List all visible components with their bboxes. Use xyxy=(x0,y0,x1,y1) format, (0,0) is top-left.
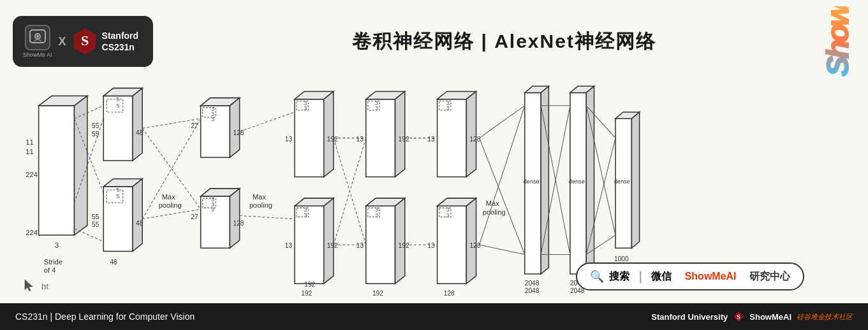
diagram-area: 11 11 224 224 3 Stride of 4 5 5 48 xyxy=(0,83,868,303)
svg-text:dense: dense xyxy=(614,178,630,185)
svg-rect-72 xyxy=(295,206,324,283)
svg-text:5: 5 xyxy=(117,96,120,103)
svg-text:dense: dense xyxy=(524,178,540,185)
svg-text:pooling: pooling xyxy=(483,208,506,216)
svg-text:2048: 2048 xyxy=(525,280,540,287)
svg-marker-74 xyxy=(324,198,334,283)
svg-text:13: 13 xyxy=(427,242,435,249)
svg-text:5: 5 xyxy=(117,187,120,193)
svg-text:3: 3 xyxy=(211,206,214,213)
top-bar: ShowMe AI X S Stanford CS231n 卷积神经网络 | A… xyxy=(0,0,868,83)
svg-text:Max: Max xyxy=(253,193,266,201)
x-separator: X xyxy=(59,35,66,48)
svg-rect-113 xyxy=(438,206,467,283)
svg-marker-115 xyxy=(466,198,476,283)
svg-text:55: 55 xyxy=(92,221,99,228)
showmeai-logo: ShowMe AI xyxy=(23,25,52,58)
svg-text:3: 3 xyxy=(446,105,450,111)
svg-text:192: 192 xyxy=(327,242,338,249)
showmeai-text: ShowMe AI xyxy=(23,52,52,58)
svg-text:13: 13 xyxy=(357,136,364,143)
svg-text:3: 3 xyxy=(304,105,307,111)
svg-rect-92 xyxy=(366,206,395,283)
svg-text:192: 192 xyxy=(399,242,409,249)
svg-text:224: 224 xyxy=(26,229,38,236)
svg-text:3: 3 xyxy=(375,212,378,219)
search-wechat: 微信 xyxy=(651,270,672,283)
svg-marker-7 xyxy=(75,96,87,235)
svg-text:pooling: pooling xyxy=(249,201,272,209)
svg-marker-66 xyxy=(324,91,334,176)
svg-text:13: 13 xyxy=(427,136,435,143)
stanford-icon: S xyxy=(73,27,97,55)
search-brand: ShowMeAI xyxy=(685,271,737,282)
svg-text:48: 48 xyxy=(136,220,143,227)
svg-text:48: 48 xyxy=(110,259,117,266)
svg-line-146 xyxy=(480,106,525,245)
svg-text:128: 128 xyxy=(233,129,244,136)
footer-bar: CS231n | Deep Learning for Computer Visi… xyxy=(0,303,868,330)
search-divider: ｜ xyxy=(635,269,646,284)
svg-text:pooling: pooling xyxy=(159,201,182,209)
svg-text:224: 224 xyxy=(26,171,38,178)
svg-text:128: 128 xyxy=(444,290,455,297)
svg-text:128: 128 xyxy=(469,242,480,249)
svg-line-144 xyxy=(480,245,525,254)
footer-icon: S xyxy=(733,311,744,322)
svg-marker-128 xyxy=(541,86,548,274)
cursor-icon xyxy=(22,278,38,294)
svg-text:3: 3 xyxy=(55,241,59,249)
search-box[interactable]: 🔍 搜索 ｜ 微信 ShowMeAI 研究中心 xyxy=(576,262,804,291)
footer-brand: ShowMeAI xyxy=(749,312,791,322)
svg-text:192: 192 xyxy=(304,281,315,288)
svg-marker-107 xyxy=(466,91,476,176)
svg-text:55: 55 xyxy=(92,213,99,220)
svg-point-2 xyxy=(36,35,39,38)
svg-text:48: 48 xyxy=(136,129,143,136)
svg-marker-86 xyxy=(395,91,405,176)
svg-line-83 xyxy=(240,216,295,219)
cursor-area: ht xyxy=(22,278,48,294)
svg-line-103 xyxy=(334,138,366,245)
footer-course-text: | Deep Learning for Computer Vision xyxy=(50,312,195,322)
svg-marker-94 xyxy=(395,198,405,283)
footer-right: Stanford University S ShowMeAI 硅谷堆金技术社区 xyxy=(651,311,853,322)
svg-text:Max: Max xyxy=(162,193,175,201)
svg-text:13: 13 xyxy=(285,242,293,249)
search-icon: 🔍 xyxy=(590,269,604,283)
svg-line-37 xyxy=(75,229,104,241)
svg-marker-42 xyxy=(230,98,239,157)
svg-line-145 xyxy=(480,138,525,255)
stanford-logo: S Stanford CS231n xyxy=(73,27,139,55)
svg-text:2048: 2048 xyxy=(525,288,540,295)
svg-text:3: 3 xyxy=(304,212,307,219)
svg-text:S: S xyxy=(737,313,740,320)
svg-text:of 4: of 4 xyxy=(44,266,56,274)
svg-text:dense: dense xyxy=(569,178,585,185)
watermark-right: ShowMeAI xyxy=(820,6,855,76)
showmeai-icon xyxy=(25,25,50,50)
svg-text:S: S xyxy=(80,32,88,48)
search-label: 研究中心 xyxy=(749,270,790,283)
footer-course-prefix: CS231n xyxy=(15,312,48,322)
svg-text:192: 192 xyxy=(327,136,338,143)
svg-text:5: 5 xyxy=(117,103,120,109)
svg-marker-17 xyxy=(133,88,142,161)
svg-text:128: 128 xyxy=(469,136,480,143)
svg-text:3: 3 xyxy=(375,105,378,111)
svg-text:55: 55 xyxy=(92,122,99,129)
svg-text:27: 27 xyxy=(191,213,198,220)
title-area: 卷积神经网络 | AlexNet神经网络 xyxy=(153,29,855,55)
svg-text:11: 11 xyxy=(26,138,33,146)
search-prefix: 搜索 xyxy=(609,270,629,283)
svg-line-143 xyxy=(480,106,525,138)
logo-area: ShowMe AI X S Stanford CS231n xyxy=(13,16,153,67)
svg-text:192: 192 xyxy=(399,136,409,143)
svg-rect-49 xyxy=(201,196,230,248)
svg-text:192: 192 xyxy=(301,290,312,297)
svg-text:5: 5 xyxy=(117,193,120,199)
svg-marker-140 xyxy=(631,112,639,248)
svg-text:11: 11 xyxy=(26,148,33,155)
cursor-label: ht xyxy=(41,282,48,291)
footer-left: CS231n | Deep Learning for Computer Visi… xyxy=(15,312,195,322)
